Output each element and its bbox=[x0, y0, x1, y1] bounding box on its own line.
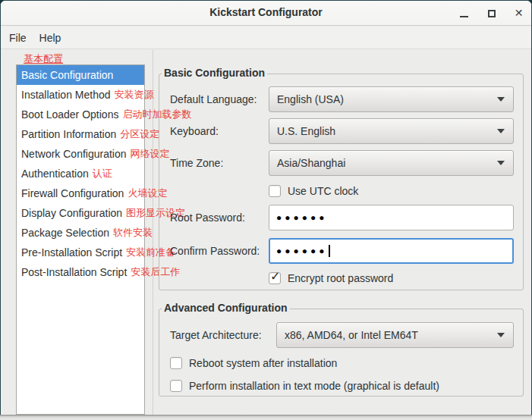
time-zone-dropdown[interactable]: Asia/Shanghai bbox=[269, 150, 514, 176]
sidebar-item-post-installation-script[interactable]: Post-Installation Script 安装后工作 bbox=[17, 262, 144, 282]
text-mode-install-label: Perform installation in text mode (graph… bbox=[189, 380, 439, 392]
sidebar-item-label: Firewall Configuration bbox=[21, 187, 124, 199]
confirm-password-row: Confirm Password: ●●●●●● bbox=[170, 238, 514, 264]
keyboard-label: Keyboard: bbox=[170, 125, 269, 137]
chevron-down-icon bbox=[497, 129, 505, 133]
target-architecture-label: Target Architecture: bbox=[170, 329, 276, 341]
basic-configuration-frame-title: Basic Configuration bbox=[162, 67, 267, 79]
window-shadow bbox=[0, 415, 532, 420]
default-language-row: Default Language: English (USA) bbox=[170, 86, 514, 112]
minimize-icon bbox=[460, 16, 468, 17]
maximize-icon bbox=[488, 10, 496, 17]
desktop: Kickstart Configurator ✕ File Help 基本配置 bbox=[0, 0, 532, 420]
sidebar-item-label: Partition Information bbox=[21, 128, 116, 140]
encrypt-root-password-checkbox-row[interactable]: ✓ Encrypt root password bbox=[269, 271, 393, 285]
menu-file[interactable]: File bbox=[8, 30, 27, 45]
reboot-after-install-label: Reboot system after installation bbox=[189, 357, 337, 369]
sidebar-item-label: Network Configuration bbox=[21, 148, 127, 160]
default-language-value: English (USA) bbox=[277, 93, 344, 105]
main-content: 基本配置 Basic Configuration Installation Me… bbox=[1, 50, 531, 415]
sidebar-item-annotation: 分区设定 bbox=[120, 127, 159, 141]
sidebar-item-label: Pre-Installation Script bbox=[21, 246, 122, 259]
confirm-password-masked-value: ●●●●●● bbox=[276, 246, 328, 256]
target-architecture-row: Target Architecture: x86, AMD64, or Inte… bbox=[170, 322, 514, 348]
default-language-dropdown[interactable]: English (USA) bbox=[269, 86, 514, 112]
sidebar-item-authentication[interactable]: Authentication 认证 bbox=[17, 164, 144, 183]
titlebar: Kickstart Configurator ✕ bbox=[1, 1, 531, 26]
window-controls: ✕ bbox=[459, 1, 524, 26]
sidebar-item-annotation: 认证 bbox=[93, 167, 112, 180]
keyboard-row: Keyboard: U.S. English bbox=[170, 118, 514, 144]
confirm-password-input[interactable]: ●●●●●● bbox=[269, 238, 514, 264]
close-icon: ✕ bbox=[515, 8, 524, 18]
text-cursor bbox=[329, 245, 330, 257]
sidebar-item-basic-configuration[interactable]: Basic Configuration bbox=[17, 65, 144, 85]
chevron-down-icon bbox=[497, 333, 505, 337]
root-password-masked-value: ●●●●●● bbox=[276, 212, 328, 223]
root-password-input[interactable]: ●●●●●● bbox=[269, 205, 514, 230]
close-button[interactable]: ✕ bbox=[514, 8, 524, 18]
sidebar-item-label: Authentication bbox=[21, 168, 89, 180]
target-architecture-value: x86, AMD64, or Intel EM64T bbox=[285, 329, 418, 341]
reboot-after-install-checkbox[interactable] bbox=[170, 357, 182, 369]
check-icon: ✓ bbox=[270, 269, 280, 284]
chevron-down-icon bbox=[497, 97, 505, 102]
menu-help[interactable]: Help bbox=[39, 30, 62, 45]
window-title: Kickstart Configurator bbox=[1, 6, 531, 18]
section-list: Basic Configuration Installation Method … bbox=[16, 64, 145, 415]
root-password-row: Root Password: ●●●●●● bbox=[170, 205, 514, 230]
text-mode-install-checkbox[interactable] bbox=[170, 380, 182, 392]
sidebar-item-firewall-configuration[interactable]: Firewall Configuration 火墙设定 bbox=[17, 183, 144, 203]
minimize-button[interactable] bbox=[459, 8, 469, 18]
use-utc-clock-label: Use UTC clock bbox=[288, 185, 358, 197]
sidebar-item-annotation: 软件安装 bbox=[113, 226, 153, 240]
sidebar-item-pre-installation-script[interactable]: Pre-Installation Script 安装前准备 bbox=[17, 243, 144, 262]
encrypt-root-password-checkbox[interactable]: ✓ bbox=[269, 272, 281, 284]
target-architecture-dropdown[interactable]: x86, AMD64, or Intel EM64T bbox=[276, 322, 514, 348]
use-utc-clock-checkbox[interactable] bbox=[269, 185, 281, 197]
sidebar-item-annotation: 安装资源 bbox=[115, 88, 154, 102]
basic-configuration-frame: Basic Configuration Default Language: En… bbox=[159, 74, 524, 290]
sidebar-item-partition-information[interactable]: Partition Information 分区设定 bbox=[17, 124, 144, 144]
keyboard-dropdown[interactable]: U.S. English bbox=[269, 118, 514, 144]
sidebar-item-boot-loader-options[interactable]: Boot Loader Options 启动时加载参数 bbox=[17, 105, 144, 124]
text-mode-install-checkbox-row[interactable]: Perform installation in text mode (graph… bbox=[170, 379, 439, 393]
maximize-button[interactable] bbox=[486, 8, 496, 18]
root-password-label: Root Password: bbox=[170, 212, 269, 224]
sidebar-item-label: Package Selection bbox=[21, 227, 109, 239]
pane-separator[interactable] bbox=[153, 50, 153, 415]
sidebar-item-display-configuration[interactable]: Display Configuration 图形显示设定 bbox=[17, 203, 144, 223]
confirm-password-label: Confirm Password: bbox=[170, 245, 269, 257]
sidebar-item-label: Post-Installation Script bbox=[21, 266, 127, 278]
keyboard-value: U.S. English bbox=[277, 125, 335, 137]
menubar: File Help bbox=[1, 27, 531, 49]
chevron-down-icon bbox=[497, 161, 505, 165]
encrypt-root-password-label: Encrypt root password bbox=[288, 272, 393, 284]
time-zone-value: Asia/Shanghai bbox=[277, 157, 345, 169]
sidebar-item-network-configuration[interactable]: Network Configuration 网络设定 bbox=[17, 144, 144, 164]
reboot-after-install-checkbox-row[interactable]: Reboot system after installation bbox=[170, 356, 337, 370]
time-zone-row: Time Zone: Asia/Shanghai bbox=[170, 150, 514, 176]
sidebar-item-label: Boot Loader Options bbox=[21, 108, 118, 121]
kickstart-configurator-window: Kickstart Configurator ✕ File Help 基本配置 bbox=[0, 0, 532, 415]
sidebar-item-label: Basic Configuration bbox=[21, 69, 113, 81]
use-utc-clock-checkbox-row[interactable]: Use UTC clock bbox=[269, 184, 358, 198]
time-zone-label: Time Zone: bbox=[170, 157, 269, 169]
sidebar-item-package-selection[interactable]: Package Selection 软件安装 bbox=[17, 223, 144, 243]
advanced-configuration-frame: Advanced Configuration Target Architectu… bbox=[159, 309, 524, 396]
sidebar-item-label: Installation Method bbox=[21, 89, 111, 101]
sidebar-item-label: Display Configuration bbox=[21, 207, 122, 219]
default-language-label: Default Language: bbox=[170, 93, 269, 105]
sidebar-item-installation-method[interactable]: Installation Method 安装资源 bbox=[17, 85, 144, 105]
advanced-configuration-frame-title: Advanced Configuration bbox=[162, 302, 290, 314]
